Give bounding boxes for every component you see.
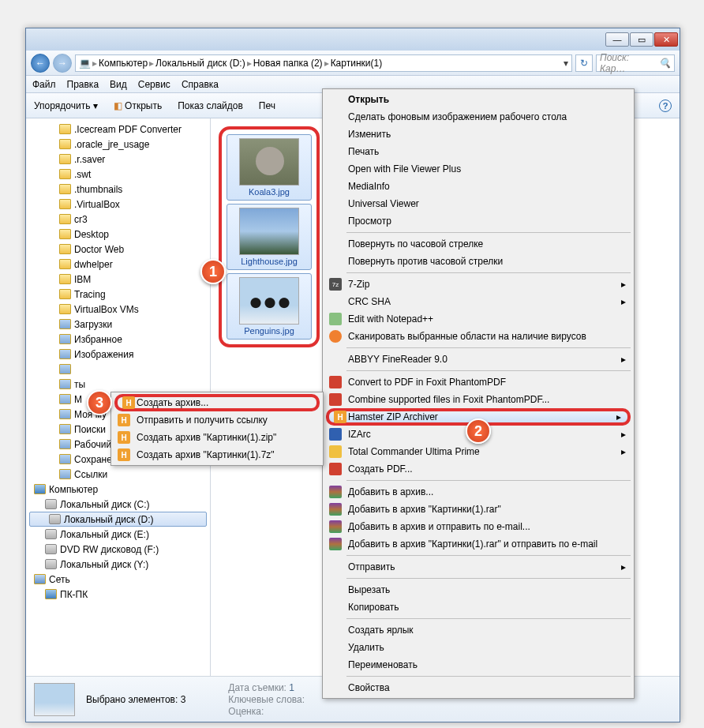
thumbnail[interactable]: Penguins.jpg (227, 273, 312, 340)
tree-item[interactable]: cr3 (26, 212, 210, 227)
ctx-item[interactable]: MediaInfo (324, 178, 632, 195)
help-icon[interactable]: ? (659, 99, 672, 112)
ctx-item[interactable]: Сделать фоновым изображением рабочего ст… (324, 108, 632, 126)
tree-item[interactable]: .Icecream PDF Converter (26, 122, 210, 137)
crumb-disk-d[interactable]: Локальный диск (D:) (155, 58, 245, 69)
tree-item[interactable]: dwhelper (26, 257, 210, 272)
ctx-item[interactable]: Вырезать (324, 581, 632, 599)
rar-icon (329, 538, 342, 550)
tree-item[interactable]: .r.saver (26, 152, 210, 167)
tree-item[interactable]: Tracing (26, 287, 210, 302)
tree-item[interactable]: IBM (26, 272, 210, 287)
thumbnail[interactable]: Lighthouse.jpg (227, 204, 312, 270)
ctx-item[interactable]: Convert to PDF in Foxit PhantomPDF (324, 373, 632, 391)
tree-label: Изображения (74, 349, 133, 360)
tree-item[interactable]: Desktop (26, 227, 210, 242)
ctx-item[interactable]: CRC SHA▸ (324, 293, 632, 310)
tree-item[interactable]: Локальный диск (E:) (26, 527, 210, 542)
tree-item[interactable]: VirtualBox VMs (26, 302, 210, 317)
menu-help[interactable]: Справка (182, 79, 219, 90)
ctx-item[interactable]: Universal Viewer (324, 195, 632, 212)
ctx-item[interactable]: Open with File Viewer Plus (324, 160, 632, 178)
ctx-item[interactable]: Открыть (324, 91, 632, 108)
tree-item[interactable]: .oracle_jre_usage (26, 137, 210, 152)
close-button[interactable]: ✕ (654, 32, 678, 47)
thumb-image (239, 208, 299, 255)
status-selection: Выбрано элементов: 3 (86, 694, 185, 705)
tree-item[interactable]: Компьютер (26, 482, 210, 497)
ctx-item[interactable]: Создать ярлык (324, 621, 632, 639)
tree-item[interactable]: .VirtualBox (26, 197, 210, 212)
ctx-item[interactable]: Повернуть по часовой стрелке (324, 235, 632, 253)
tree-item[interactable] (26, 362, 210, 377)
breadcrumb[interactable]: 💻 ▸Компьютер ▸Локальный диск (D:) ▸Новая… (75, 54, 572, 72)
ctx-item[interactable]: Добавить в архив... (324, 483, 632, 501)
tree-item[interactable]: Doctor Web (26, 242, 210, 257)
menu-tools[interactable]: Сервис (138, 79, 170, 90)
ctx-item[interactable]: HСоздать архив "Картинки(1).7z" (113, 446, 321, 463)
ctx-item[interactable]: Переименовать (324, 656, 632, 674)
thumbnail[interactable]: Koala3.jpg (227, 134, 312, 201)
ctx-item[interactable]: Копировать (324, 599, 632, 616)
tree-item[interactable]: ты (26, 377, 210, 392)
print-button[interactable]: Печ (259, 100, 275, 111)
maximize-button[interactable]: ▭ (630, 32, 653, 47)
menu-edit[interactable]: Правка (67, 79, 99, 90)
ctx-item[interactable]: Edit with Notepad++ (324, 310, 632, 328)
tree-item[interactable]: Локальный диск (D:) (29, 512, 207, 527)
ctx-item[interactable]: Добавить в архив "Картинки(1).rar" и отп… (324, 535, 632, 553)
ctx-item[interactable]: Свойства (324, 679, 632, 696)
ctx-item[interactable]: Отправить▸ (324, 558, 632, 576)
ctx-item[interactable]: Total Commander Ultima Prime▸ (324, 443, 632, 460)
open-button[interactable]: ◧ Открыть (114, 100, 162, 111)
tree-item[interactable]: ПК-ПК (26, 587, 210, 602)
ctx-item[interactable]: ABBYY FineReader 9.0▸ (324, 351, 632, 368)
menu-view[interactable]: Вид (110, 79, 127, 90)
ctx-item[interactable]: HСоздать архив "Картинки(1).zip" (113, 429, 321, 446)
history-dropdown-icon[interactable]: ▾ (564, 58, 568, 69)
tree-item[interactable]: Ссылки (26, 467, 210, 482)
forward-button[interactable]: → (53, 54, 72, 73)
menu-file[interactable]: Файл (32, 79, 56, 90)
crumb-pictures[interactable]: Картинки(1) (331, 58, 383, 69)
tree-label: DVD RW дисковод (F:) (60, 544, 159, 555)
organize-button[interactable]: Упорядочить ▾ (34, 100, 98, 111)
ctx-item[interactable]: Добавить в архив и отправить по e-mail..… (324, 518, 632, 535)
tree-label: Tracing (74, 289, 106, 300)
slideshow-button[interactable]: Показ слайдов (178, 100, 243, 111)
minimize-button[interactable]: — (605, 32, 629, 47)
ctx-item[interactable]: Создать PDF... (324, 460, 632, 478)
tree-item[interactable]: .thumbnails (26, 182, 210, 197)
context-submenu-hamster[interactable]: HСоздать архив...HОтправить и получить с… (110, 392, 324, 466)
folder-icon (59, 304, 71, 314)
ctx-item[interactable]: HСоздать архив... (114, 394, 320, 411)
context-menu[interactable]: ОткрытьСделать фоновым изображением рабо… (322, 88, 635, 699)
ctx-item[interactable]: Удалить (324, 639, 632, 656)
ctx-item[interactable]: Печать (324, 143, 632, 160)
ctx-item[interactable]: 7z7-Zip▸ (324, 276, 632, 293)
ctx-item[interactable]: Повернуть против часовой стрелки (324, 253, 632, 270)
tree-item[interactable]: Изображения (26, 347, 210, 362)
h-icon: H (118, 414, 130, 426)
crumb-new-folder[interactable]: Новая папка (2) (253, 58, 323, 69)
status-preview (34, 683, 75, 716)
search-input[interactable]: Поиск: Кар… 🔍 (596, 54, 675, 72)
tree-item[interactable]: Избранное (26, 332, 210, 347)
tree-item[interactable]: Загрузки (26, 317, 210, 332)
back-button[interactable]: ← (31, 54, 50, 73)
ctx-item[interactable]: Просмотр (324, 212, 632, 230)
ctx-item[interactable]: Сканировать выбранные области на наличие… (324, 328, 632, 345)
tree-item[interactable]: .swt (26, 167, 210, 182)
refresh-button[interactable]: ↻ (575, 54, 593, 72)
tree-item[interactable]: Сеть (26, 572, 210, 587)
tree-item[interactable]: Локальный диск (C:) (26, 497, 210, 512)
ctx-item[interactable]: Добавить в архив "Картинки(1).rar" (324, 501, 632, 518)
submenu-arrow-icon: ▸ (621, 561, 626, 572)
crumb-computer[interactable]: Компьютер (99, 58, 148, 69)
tree-label: .VirtualBox (74, 199, 120, 210)
ctx-item[interactable]: HОтправить и получить ссылку (113, 411, 321, 429)
ctx-item[interactable]: Combine supported files in Foxit Phantom… (324, 391, 632, 408)
ctx-item[interactable]: Изменить (324, 126, 632, 143)
tree-item[interactable]: DVD RW дисковод (F:) (26, 542, 210, 557)
tree-item[interactable]: Локальный диск (Y:) (26, 557, 210, 572)
